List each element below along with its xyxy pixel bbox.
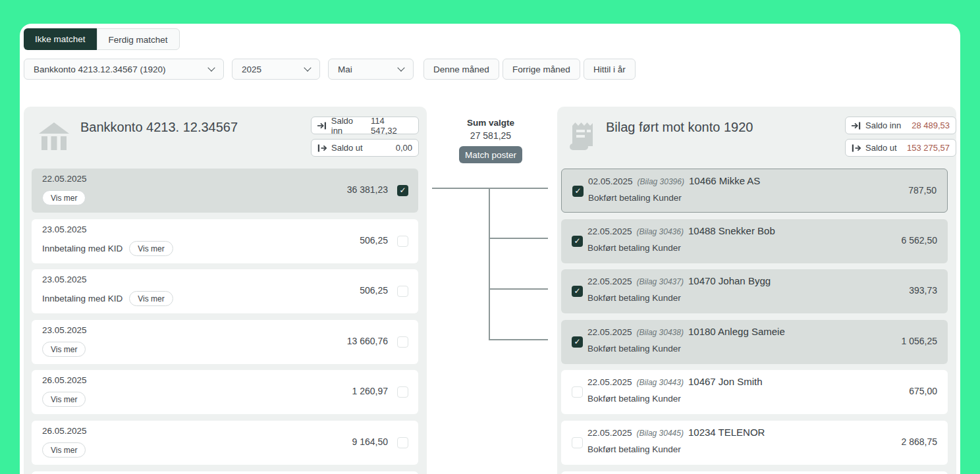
vis-mer-button[interactable]: Vis mer [129, 291, 173, 306]
match-poster-button[interactable]: Match poster [459, 146, 522, 163]
row-date: 23.05.2025 [42, 275, 87, 284]
ledger-entry-row[interactable]: ✓ 22.05.2025 (Bilag 30436) 10488 Snekker… [561, 219, 948, 263]
receipt-icon [568, 120, 597, 151]
entry-amount: 787,50 [908, 185, 937, 196]
entry-checkbox[interactable]: ✓ [572, 336, 583, 348]
entry-bilag-ref: (Bilag 30443) [637, 378, 684, 387]
entry-date: 22.05.2025 [587, 226, 632, 236]
bank-building-icon [38, 120, 70, 151]
bank-transaction-row[interactable]: 23.05.2025 Innbetaling med KID Vis mer 5… [32, 219, 418, 263]
saldo-ut-label: Saldo ut [331, 143, 363, 153]
tab-ikke-matchet[interactable]: Ikke matchet [24, 28, 97, 50]
year-select-value: 2025 [242, 65, 261, 74]
ledger-entry-row[interactable]: ✓ 22.05.2025 (Bilag 30437) 10470 Johan B… [561, 269, 948, 313]
row-checkbox[interactable] [397, 336, 408, 348]
saldo-inn-label: Saldo inn [331, 116, 366, 136]
entry-amount: 2 868,75 [902, 436, 938, 447]
row-description: Innbetaling med KID [42, 244, 122, 253]
entry-checkbox[interactable] [572, 437, 583, 448]
row-date: 23.05.2025 [42, 224, 87, 234]
saldo-ut-value: 153 275,57 [907, 143, 950, 153]
vis-mer-button[interactable]: Vis mer [42, 442, 86, 458]
entry-customer: 10234 TELENOR [688, 427, 765, 438]
row-amount: 506,25 [360, 285, 388, 296]
entry-description: Bokført betaling Kunder [587, 293, 681, 303]
entry-date: 22.05.2025 [587, 377, 632, 387]
row-date: 23.05.2025 [42, 325, 87, 335]
entry-description: Bokført betaling Kunder [587, 394, 681, 404]
month-select-value: Mai [338, 65, 352, 74]
row-description: Innbetaling med KID [42, 294, 122, 303]
entry-amount: 393,73 [909, 285, 937, 296]
entry-bilag-ref: (Bilag 30438) [637, 328, 684, 337]
ledger-entry-row[interactable]: ✓ 22.05.2025 (Bilag 30438) 10180 Anlegg … [561, 320, 948, 364]
row-amount: 1 260,97 [352, 386, 389, 396]
chevron-down-icon [304, 64, 311, 71]
row-checkbox[interactable] [397, 386, 408, 398]
bank-transaction-row[interactable]: 22.05.2025 Vis mer 36 381,23 ✓ [32, 169, 418, 213]
month-select[interactable]: Mai [328, 59, 414, 80]
row-amount: 506,25 [360, 235, 388, 246]
bank-transaction-row[interactable]: 26.05.2025 Vis mer 9 164,50 [32, 421, 418, 465]
bank-transaction-row[interactable]: 26.05.2025 Vis mer 1 260,97 [32, 370, 418, 414]
account-select[interactable]: Bankkonto 4213.12.34567 (1920) [24, 59, 224, 80]
vis-mer-button[interactable]: Vis mer [129, 241, 173, 256]
row-date: 26.05.2025 [42, 426, 87, 436]
account-select-value: Bankkonto 4213.12.34567 (1920) [34, 65, 165, 74]
entry-description: Bokført betaling Kunder [587, 243, 681, 253]
match-connector-branch [489, 238, 548, 239]
ledger-entry-row-partial[interactable] [561, 471, 948, 474]
row-checkbox[interactable] [397, 437, 408, 448]
arrow-into-bar-icon [317, 122, 327, 130]
previous-month-button[interactable]: Forrige måned [503, 59, 580, 80]
ledger-entry-row[interactable]: 22.05.2025 (Bilag 30443) 10467 Jon Smith… [561, 370, 948, 414]
this-month-button[interactable]: Denne måned [423, 59, 499, 80]
row-amount: 9 164,50 [352, 436, 389, 447]
entry-date: 22.05.2025 [587, 428, 632, 438]
entry-bilag-ref: (Bilag 30445) [637, 429, 684, 438]
vis-mer-button[interactable]: Vis mer [42, 342, 86, 357]
entry-checkbox[interactable]: ✓ [572, 186, 584, 197]
entry-description: Bokført betaling Kunder [587, 444, 681, 454]
arrow-out-of-bar-icon [317, 144, 327, 152]
saldo-inn-value: 114 547,32 [371, 116, 412, 136]
entry-date: 02.05.2025 [588, 176, 633, 186]
row-checkbox[interactable]: ✓ [397, 185, 408, 196]
entry-description: Bokført betaling Kunder [588, 193, 682, 203]
bank-transaction-row[interactable]: 23.05.2025 Innbetaling med KID Vis mer 5… [32, 269, 418, 313]
match-connector-spine [489, 188, 490, 340]
sum-valgte-value: 27 581,25 [433, 130, 549, 141]
bank-panel-title: Bankkonto 4213. 12.34567 [80, 120, 238, 135]
row-checkbox[interactable] [397, 286, 408, 297]
tab-ferdig-matchet[interactable]: Ferdig matchet [97, 28, 180, 50]
vis-mer-button[interactable]: Vis mer [42, 392, 86, 407]
arrow-out-of-bar-icon [852, 144, 861, 152]
row-checkbox[interactable] [397, 236, 408, 247]
chevron-down-icon [207, 64, 215, 71]
entry-date: 22.05.2025 [587, 327, 632, 337]
ledger-entry-row[interactable]: ✓ 02.05.2025 (Bilag 30396) 10466 Mikke A… [561, 169, 948, 213]
entry-checkbox[interactable]: ✓ [572, 286, 583, 297]
year-select[interactable]: 2025 [232, 59, 320, 80]
ledger-entry-row[interactable]: 22.05.2025 (Bilag 30445) 10234 TELENOR B… [561, 421, 948, 465]
entry-description: Bokført betaling Kunder [587, 344, 681, 354]
saldo-inn-label: Saldo inn [865, 120, 901, 130]
year-to-date-button[interactable]: Hittil i år [584, 59, 636, 80]
entry-bilag-ref: (Bilag 30436) [637, 227, 684, 236]
match-connector-branch [489, 339, 548, 340]
entry-bilag-ref: (Bilag 30396) [638, 177, 684, 186]
saldo-ut-label: Saldo ut [865, 143, 897, 153]
entry-checkbox[interactable] [572, 386, 583, 398]
sum-valgte-label: Sum valgte [433, 118, 549, 128]
entry-date: 22.05.2025 [587, 276, 632, 286]
bank-transaction-row-partial[interactable] [32, 471, 418, 474]
bank-saldo-ut-badge: Saldo ut 0,00 [311, 139, 419, 157]
entry-checkbox[interactable]: ✓ [572, 236, 583, 247]
row-amount: 13 660,76 [347, 336, 388, 346]
ledger-panel-title: Bilag ført mot konto 1920 [606, 120, 753, 135]
vis-mer-button[interactable]: Vis mer [42, 190, 86, 205]
match-connector-line [432, 188, 548, 189]
arrow-into-bar-icon [852, 122, 861, 130]
entry-customer: 10467 Jon Smith [688, 376, 763, 387]
bank-transaction-row[interactable]: 23.05.2025 Vis mer 13 660,76 [32, 320, 418, 364]
